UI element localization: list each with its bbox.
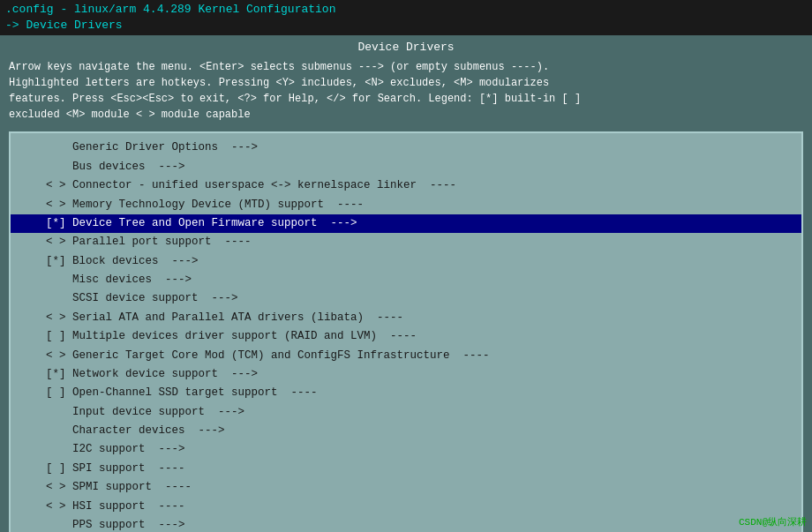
menu-item-19[interactable]: < > HSI support ---- bbox=[11, 498, 801, 516]
watermark: CSDN@纵向深耕 bbox=[739, 515, 807, 528]
page-title: Device Drivers bbox=[0, 35, 812, 57]
menu-item-9[interactable]: < > Serial ATA and Parallel ATA drivers … bbox=[11, 309, 801, 327]
main-content: Device Drivers Arrow keys navigate the m… bbox=[0, 35, 812, 532]
instruction-line4: excluded <M> module < > module capable bbox=[9, 107, 803, 123]
menu-item-2[interactable]: < > Connector - unified userspace <-> ke… bbox=[11, 176, 801, 195]
instruction-line2: Highlighted letters are hotkeys. Pressin… bbox=[9, 75, 803, 91]
menu-item-15[interactable]: Character devices ---> bbox=[11, 422, 801, 440]
title-line1: .config - linux/arm 4.4.289 Kernel Confi… bbox=[5, 2, 807, 18]
title-bar: .config - linux/arm 4.4.289 Kernel Confi… bbox=[0, 0, 812, 35]
menu-item-17[interactable]: [ ] SPI support ---- bbox=[11, 460, 801, 478]
menu-item-11[interactable]: < > Generic Target Core Mod (TCM) and Co… bbox=[11, 347, 801, 365]
instruction-line1: Arrow keys navigate the menu. <Enter> se… bbox=[9, 59, 803, 75]
menu-item-16[interactable]: I2C support ---> bbox=[11, 440, 801, 459]
instruction-line3: features. Press <Esc><Esc> to exit, <?> … bbox=[9, 91, 803, 107]
menu-item-7[interactable]: Misc devices ---> bbox=[11, 271, 801, 289]
instructions: Arrow keys navigate the menu. <Enter> se… bbox=[0, 57, 812, 124]
menu-item-1[interactable]: Bus devices ---> bbox=[11, 158, 801, 176]
menu-item-18[interactable]: < > SPMI support ---- bbox=[11, 478, 801, 497]
menu-item-12[interactable]: [*] Network device support ---> bbox=[11, 365, 801, 384]
menu-item-4[interactable]: [*] Device Tree and Open Firmware suppor… bbox=[11, 214, 801, 233]
menu-item-13[interactable]: [ ] Open-Channel SSD target support ---- bbox=[11, 384, 801, 402]
menu-item-3[interactable]: < > Memory Technology Device (MTD) suppo… bbox=[11, 196, 801, 214]
menu-item-6[interactable]: [*] Block devices ---> bbox=[11, 252, 801, 271]
menu-item-5[interactable]: < > Parallel port support ---- bbox=[11, 233, 801, 251]
menu-box: Generic Driver Options ---> Bus devices … bbox=[9, 131, 803, 532]
menu-item-20[interactable]: PPS support ---> bbox=[11, 516, 801, 532]
title-line2: -> Device Drivers bbox=[5, 18, 807, 34]
menu-item-10[interactable]: [ ] Multiple devices driver support (RAI… bbox=[11, 327, 801, 346]
menu-item-14[interactable]: Input device support ---> bbox=[11, 403, 801, 422]
menu-item-0[interactable]: Generic Driver Options ---> bbox=[11, 139, 801, 157]
menu-item-8[interactable]: SCSI device support ---> bbox=[11, 289, 801, 308]
